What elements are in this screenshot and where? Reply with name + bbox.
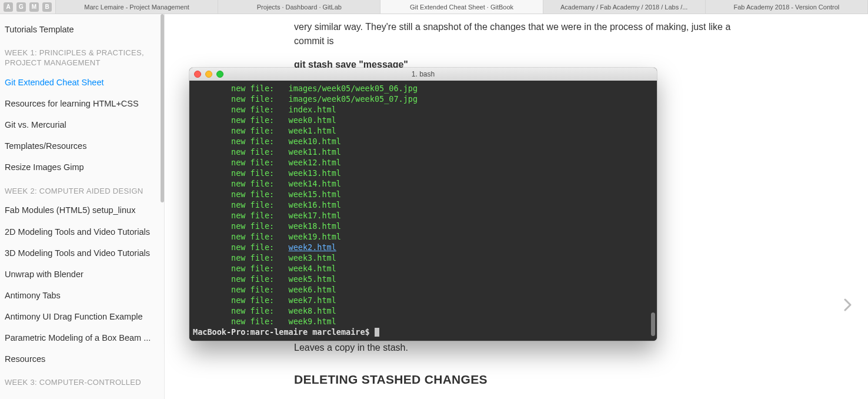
minimize-icon[interactable] xyxy=(205,71,212,78)
zoom-icon[interactable] xyxy=(216,71,223,78)
terminal-line: new file: week2.html xyxy=(193,242,653,252)
terminal-scrollbar[interactable] xyxy=(649,81,656,341)
terminal-line: new file: week12.html xyxy=(193,157,653,168)
sidebar-item[interactable]: Resize Images Gimp xyxy=(0,157,164,178)
sidebar-item[interactable]: 2D Modeling Tools and Video Tutorials xyxy=(0,221,164,242)
terminal-line: new file: week11.html xyxy=(193,147,653,157)
terminal-line: new file: week1.html xyxy=(193,125,653,136)
sidebar-item[interactable]: Fab Modules (HTML5) setup_linux xyxy=(0,200,164,221)
terminal-body[interactable]: new file: images/week05/week05_06.jpg ne… xyxy=(189,81,657,341)
terminal-cursor xyxy=(375,328,379,337)
terminal-line: new file: week16.html xyxy=(193,200,653,210)
terminal-line: new file: week0.html xyxy=(193,115,653,125)
sidebar-scrollbar[interactable] xyxy=(161,14,164,202)
terminal-line: new file: week17.html xyxy=(193,210,653,221)
sidebar-item[interactable]: Git Extended Cheat Sheet xyxy=(0,72,164,93)
paragraph-leaves: Leaves a copy in the stash. xyxy=(294,341,741,355)
tab-group-icon[interactable]: G xyxy=(16,2,26,12)
next-page-chevron[interactable] xyxy=(840,297,856,313)
sidebar-section-header: WEEK 1: PRINCIPLES & PRACTICES, PROJECT … xyxy=(0,40,164,72)
terminal-line: new file: week4.html xyxy=(193,263,653,274)
sidebar-item[interactable]: Antimony Tabs xyxy=(0,285,164,306)
sidebar-item[interactable]: Unwrap with Blender xyxy=(0,264,164,285)
terminal-line: new file: week7.html xyxy=(193,295,653,305)
browser-tab-bar: AGMB Marc Lemaire - Project ManagementPr… xyxy=(0,0,868,14)
terminal-line: new file: week19.html xyxy=(193,231,653,242)
sidebar-item[interactable]: Git vs. Mercurial xyxy=(0,114,164,135)
terminal-line: new file: week13.html xyxy=(193,168,653,178)
tab-group-icon[interactable]: M xyxy=(29,2,39,12)
terminal-line: new file: week5.html xyxy=(193,274,653,284)
sidebar-item[interactable]: Resources for learning HTML+CSS xyxy=(0,93,164,114)
sidebar-item[interactable]: Antimony UI Drag Function Example xyxy=(0,306,164,327)
sidebar-section-header: WEEK 2: COMPUTER AIDED DESIGN xyxy=(0,178,164,200)
sidebar-item[interactable]: 3D Modeling Tools and Video Tutorials xyxy=(0,242,164,264)
terminal-line: new file: week15.html xyxy=(193,189,653,200)
terminal-line: new file: images/week05/week05_06.jpg xyxy=(193,83,653,94)
tab-icon-group: AGMB xyxy=(0,0,55,14)
terminal-line: new file: index.html xyxy=(193,104,653,115)
terminal-line: new file: week18.html xyxy=(193,221,653,231)
browser-tab[interactable]: Git Extended Cheat Sheet · GitBook xyxy=(380,0,542,14)
terminal-prompt: MacBook-Pro:marc-lemaire marclemaire$ xyxy=(193,327,375,337)
sidebar-item[interactable]: Tutorials Template xyxy=(0,19,164,40)
browser-tab[interactable]: Marc Lemaire - Project Management xyxy=(55,0,218,14)
sidebar-section-header: WEEK 3: COMPUTER-CONTROLLED xyxy=(0,370,164,391)
sidebar[interactable]: Tutorials TemplateWEEK 1: PRINCIPLES & P… xyxy=(0,14,165,399)
terminal-line: new file: week6.html xyxy=(193,284,653,295)
sidebar-item[interactable]: Resources xyxy=(0,348,164,370)
terminal-line: new file: week9.html xyxy=(193,316,653,327)
terminal-window[interactable]: 1. bash new file: images/week05/week05_0… xyxy=(189,68,657,341)
terminal-line: new file: images/week05/week05_07.jpg xyxy=(193,94,653,104)
terminal-line: new file: week3.html xyxy=(193,252,653,263)
browser-tab[interactable]: Fab Academy 2018 - Version Control xyxy=(705,0,868,14)
traffic-lights[interactable] xyxy=(194,71,223,78)
paragraph: very similar way. They're still a snapsh… xyxy=(294,20,741,48)
close-icon[interactable] xyxy=(194,71,201,78)
terminal-titlebar[interactable]: 1. bash xyxy=(189,68,657,81)
browser-tab[interactable]: Projects · Dashboard · GitLab xyxy=(218,0,380,14)
tab-group-icon[interactable]: A xyxy=(4,2,13,12)
sidebar-item[interactable]: Parametric Modeling of a Box Beam ... xyxy=(0,327,164,348)
heading-deleting: DELETING STASHED CHANGES xyxy=(294,370,809,389)
browser-tab[interactable]: Academany / Fab Academy / 2018 / Labs /.… xyxy=(543,0,705,14)
terminal-line: new file: week14.html xyxy=(193,178,653,189)
sidebar-item[interactable]: Templates/Resources xyxy=(0,135,164,157)
terminal-title: 1. bash xyxy=(412,70,435,78)
terminal-line: new file: week10.html xyxy=(193,136,653,147)
tab-group-icon[interactable]: B xyxy=(42,2,52,12)
terminal-line: new file: week8.html xyxy=(193,305,653,316)
